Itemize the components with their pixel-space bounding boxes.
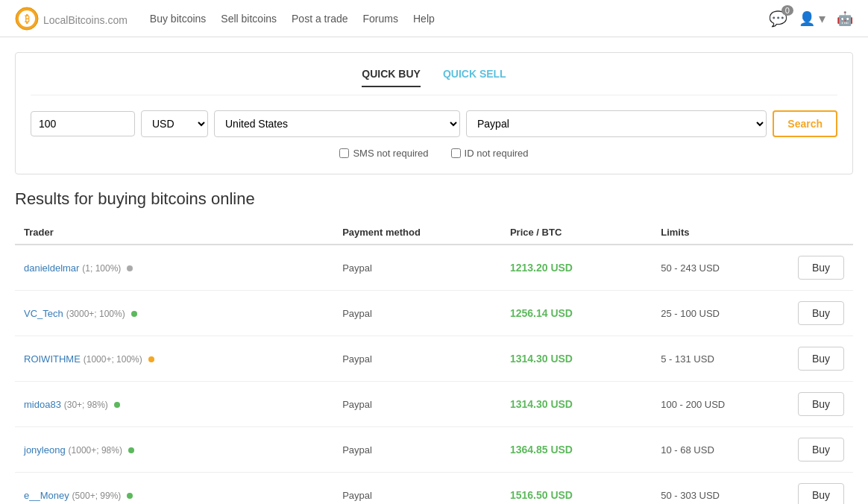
trader-rep: (1; 100%): [82, 263, 121, 274]
buy-button[interactable]: Buy: [798, 392, 844, 416]
trader-link[interactable]: jonyleong: [24, 444, 66, 456]
table-body: danieldelmar (1; 100%) Paypal 1213.20 US…: [15, 245, 853, 504]
nav-forums[interactable]: Forums: [363, 13, 398, 25]
trader-status-dot: [131, 311, 137, 317]
payment-method: Paypal: [342, 490, 372, 501]
id-not-required-label[interactable]: ID not required: [451, 148, 529, 159]
price-btc: 1364.85 USD: [510, 444, 573, 456]
table-row: midoa83 (30+; 98%) Paypal 1314.30 USD 10…: [15, 382, 853, 427]
payment-method: Paypal: [342, 353, 372, 365]
country-select[interactable]: United States United Kingdom Germany Can…: [214, 110, 460, 137]
checkbox-row: SMS not required ID not required: [31, 148, 837, 159]
payment-method: Paypal: [342, 308, 372, 319]
payment-method: Paypal: [342, 399, 372, 410]
message-icon-wrapper[interactable]: 💬 0: [769, 10, 787, 28]
logo-com: .com: [105, 14, 128, 26]
table-row: danieldelmar (1; 100%) Paypal 1213.20 US…: [15, 245, 853, 291]
trader-rep: (30+; 98%): [64, 400, 108, 410]
logo-icon: ₿: [15, 7, 39, 31]
sms-label-text: SMS not required: [353, 148, 428, 159]
tab-bar: QUICK BUY QUICK SELL: [31, 68, 837, 95]
nav-sell-bitcoins[interactable]: Sell bitcoins: [221, 13, 277, 25]
trader-status-dot: [127, 265, 133, 271]
buy-button[interactable]: Buy: [798, 438, 844, 462]
col-header-price: Price / BTC: [501, 221, 652, 245]
tab-quick-buy[interactable]: QUICK BUY: [362, 68, 421, 87]
trade-limits: 50 - 243 USD: [661, 262, 720, 274]
buy-button[interactable]: Buy: [798, 347, 844, 371]
tab-quick-sell[interactable]: QUICK SELL: [443, 68, 506, 87]
buy-button[interactable]: Buy: [798, 256, 844, 280]
trader-rep: (1000+; 100%): [84, 354, 142, 365]
main-content: QUICK BUY QUICK SELL USD EUR GBP BTC Uni…: [0, 37, 868, 504]
payment-select[interactable]: Paypal Bank Transfer Cash Other: [466, 110, 767, 137]
trade-limits: 100 - 200 USD: [661, 399, 725, 410]
col-header-limits: Limits: [652, 221, 786, 245]
nav-help[interactable]: Help: [413, 13, 435, 25]
trader-link[interactable]: VC_Tech: [24, 308, 63, 319]
price-btc: 1314.30 USD: [510, 398, 573, 410]
id-label-text: ID not required: [465, 148, 529, 159]
price-btc: 1516.50 USD: [510, 489, 573, 501]
results-title: Results for buying bitcoins online: [15, 189, 853, 209]
buy-button[interactable]: Buy: [798, 301, 844, 325]
trader-link[interactable]: danieldelmar: [24, 262, 79, 274]
trade-limits: 10 - 68 USD: [661, 444, 714, 456]
sms-not-required-label[interactable]: SMS not required: [339, 148, 428, 159]
trader-status-dot: [148, 356, 154, 362]
trader-rep: (3000+; 100%): [66, 309, 125, 319]
table-header: Trader Payment method Price / BTC Limits: [15, 221, 853, 245]
table-row: jonyleong (1000+; 98%) Paypal 1364.85 US…: [15, 427, 853, 473]
trader-link[interactable]: ROIWITHME: [24, 353, 81, 365]
message-badge: 0: [781, 5, 793, 16]
payment-method: Paypal: [342, 444, 372, 456]
table-row: e__Money (500+; 99%) Paypal 1516.50 USD …: [15, 473, 853, 505]
nav-buy-bitcoins[interactable]: Buy bitcoins: [150, 13, 206, 25]
trader-link[interactable]: midoa83: [24, 399, 61, 410]
price-btc: 1256.14 USD: [510, 307, 573, 319]
trader-link[interactable]: e__Money: [24, 490, 69, 501]
payment-method: Paypal: [342, 262, 372, 274]
svg-text:₿: ₿: [25, 13, 30, 25]
logo-link[interactable]: ₿ LocalBitcoins.com: [15, 7, 128, 31]
amount-input[interactable]: [31, 111, 135, 136]
trader-rep: (500+; 99%): [72, 491, 122, 501]
settings-icon[interactable]: 🤖: [837, 10, 853, 27]
trader-status-dot: [114, 402, 120, 408]
nav-right: 💬 0 👤 ▾ 🤖: [769, 10, 853, 28]
nav-post-trade[interactable]: Post a trade: [292, 13, 348, 25]
buy-button[interactable]: Buy: [798, 483, 844, 504]
price-btc: 1213.20 USD: [510, 262, 573, 274]
trader-status-dot: [128, 447, 134, 453]
search-row: USD EUR GBP BTC United States United Kin…: [31, 110, 837, 137]
trade-limits: 25 - 100 USD: [661, 308, 720, 319]
trader-status-dot: [127, 493, 133, 499]
price-btc: 1314.30 USD: [510, 353, 573, 365]
col-header-payment: Payment method: [333, 221, 501, 245]
search-button[interactable]: Search: [773, 110, 837, 137]
navbar: ₿ LocalBitcoins.com Buy bitcoins Sell bi…: [0, 0, 868, 37]
trade-limits: 50 - 303 USD: [661, 490, 720, 501]
trader-rep: (1000+; 98%): [69, 445, 122, 456]
quick-panel: QUICK BUY QUICK SELL USD EUR GBP BTC Uni…: [15, 52, 853, 174]
table-row: ROIWITHME (1000+; 100%) Paypal 1314.30 U…: [15, 336, 853, 382]
user-icon[interactable]: 👤 ▾: [799, 10, 825, 27]
trade-table: Trader Payment method Price / BTC Limits…: [15, 221, 853, 504]
id-not-required-checkbox[interactable]: [451, 148, 461, 158]
trade-limits: 5 - 131 USD: [661, 353, 714, 365]
col-header-trader: Trader: [15, 221, 333, 245]
col-header-action: [786, 221, 853, 245]
currency-select[interactable]: USD EUR GBP BTC: [141, 110, 208, 137]
logo-text: LocalBitcoins.com: [43, 9, 128, 28]
sms-not-required-checkbox[interactable]: [339, 148, 349, 158]
nav-links: Buy bitcoins Sell bitcoins Post a trade …: [150, 13, 769, 25]
table-row: VC_Tech (3000+; 100%) Paypal 1256.14 USD…: [15, 291, 853, 336]
logo-brand: LocalBitcoins: [43, 14, 105, 26]
